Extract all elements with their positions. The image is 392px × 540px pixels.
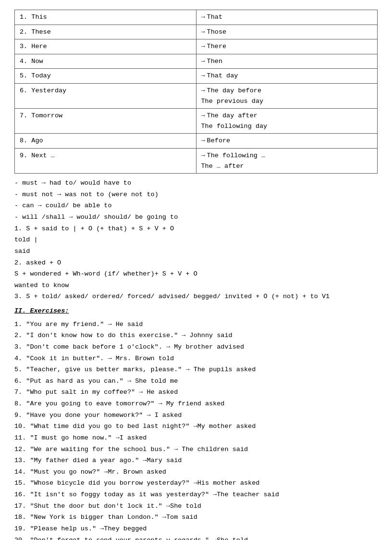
exercise-item: 8. "Are you going to eave tomorrow?" → M… <box>14 398 378 410</box>
grammar-line: told | <box>14 234 378 246</box>
exercise-item: 17. "Shut the door but don't lock it." →… <box>14 501 378 512</box>
exercise-item: 10. "What time did you go to bed last ni… <box>14 421 378 432</box>
exercise-item: 16. "It isn't so foggy today as it was y… <box>14 489 378 501</box>
table-row-right: →Those <box>196 25 378 39</box>
exercise-item: 13. "My father died a year ago." →Mary s… <box>14 455 378 466</box>
exercise-item: 14. "Must you go now?" →Mr. Brown asked <box>14 466 378 478</box>
grammar-line: said <box>14 246 378 257</box>
table-row-left: 4. Now <box>15 54 196 69</box>
grammar-line: 1. S + said to | + O (+ that) + S + V + … <box>14 223 378 235</box>
grammar-line: - will /shall → would/ should/ be going … <box>14 212 378 223</box>
table-row-right: →That day <box>196 69 378 84</box>
table-row-right: →Before <box>196 134 378 149</box>
grammar-rules-section: - must → had to/ would have to- must not… <box>14 177 378 302</box>
exercises-list: 1. "You are my friend." → He said2. "I d… <box>14 319 378 540</box>
exercise-item: 18. "New York is bigger than London." →T… <box>14 512 378 523</box>
grammar-line: - must not → was not to (were not to) <box>14 189 378 201</box>
table-row-left: 9. Next … <box>15 148 196 173</box>
grammar-line: 2. asked + O <box>14 257 378 269</box>
exercise-item: 3. "Don't come back before 1 o'clock". →… <box>14 341 378 353</box>
exercise-item: 6. "Put as hard as you can." → She told … <box>14 376 378 387</box>
table-row-left: 7. Tomorrow <box>15 109 196 134</box>
exercise-item: 20. "Don't forget to send your parents y… <box>14 535 378 540</box>
table-row-right: →The day before The previous day <box>196 83 378 108</box>
grammar-line: - can → could/ be able to <box>14 200 378 212</box>
table-row-left: 1. This <box>15 10 196 25</box>
table-row-left: 6. Yesterday <box>15 83 196 108</box>
grammar-line: S + wondered + Wh-word (if/ whether)+ S … <box>14 268 378 280</box>
exercises-section: II. Exercises: 1. "You are my friend." →… <box>14 305 378 540</box>
grammar-line: wanted to know <box>14 280 378 291</box>
exercise-item: 4. "Cook it in butter". → Mrs. Brown tol… <box>14 353 378 364</box>
table-row-left: 3. Here <box>15 39 196 54</box>
table-row-left: 8. Ago <box>15 134 196 149</box>
exercises-title: II. Exercises: <box>14 305 378 317</box>
table-row-left: 2. These <box>15 25 196 39</box>
table-row-right: →That <box>196 10 378 25</box>
exercise-item: 19. "Please help us." →They begged <box>14 523 378 535</box>
reference-table: 1. This→That2. These→Those3. Here→There4… <box>14 10 378 174</box>
exercise-item: 11. "I must go home now." →I asked <box>14 432 378 444</box>
exercise-item: 15. "Whose bicycle did you borrow yester… <box>14 477 378 489</box>
exercise-item: 5. "Teacher, give us better marks, pleas… <box>14 364 378 376</box>
table-row-right: →There <box>196 39 378 54</box>
exercise-item: 2. "I don't know how to do this exercise… <box>14 330 378 341</box>
table-row-left: 5. Today <box>15 69 196 84</box>
exercise-item: 7. "Who put salt in my coffee?" → He ask… <box>14 387 378 398</box>
grammar-line: 3. S + told/ asked/ ordered/ forced/ adv… <box>14 291 378 302</box>
exercise-item: 12. "We are waiting for the school bus."… <box>14 444 378 455</box>
exercise-item: 9. "Have you done your homework?" → I as… <box>14 410 378 421</box>
table-row-right: →The following … The … after <box>196 148 378 173</box>
exercise-item: 1. "You are my friend." → He said <box>14 319 378 330</box>
grammar-line: - must → had to/ would have to <box>14 177 378 189</box>
table-row-right: →Then <box>196 54 378 69</box>
table-row-right: →The day after The following day <box>196 109 378 134</box>
